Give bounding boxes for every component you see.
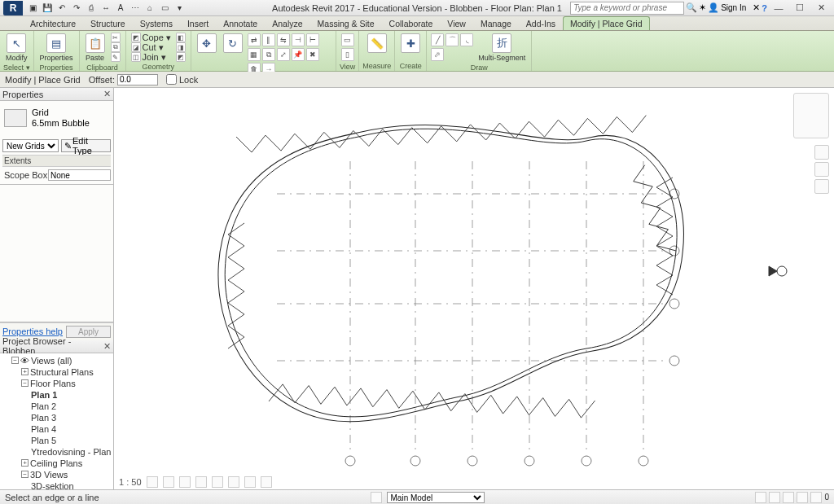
edit-type-button[interactable]: ✎Edit Type <box>61 139 111 152</box>
node-structural[interactable]: +Structural Plans <box>0 366 113 378</box>
tab-architecture[interactable]: Architecture <box>23 16 83 30</box>
signin-icon[interactable]: 👤 <box>708 2 719 13</box>
qat-measure-icon[interactable]: ↔ <box>99 2 112 15</box>
status-b-icon[interactable] <box>769 492 780 503</box>
reveal-icon[interactable] <box>261 476 272 488</box>
signin-label[interactable]: Sign In <box>721 3 746 12</box>
node-views[interactable]: −👁 Views (all) <box>0 355 113 366</box>
node-ytred[interactable]: Ytredovisning - Plan 1 <box>0 446 113 458</box>
geom-a-button[interactable]: ◧ <box>174 33 187 42</box>
view-b-icon[interactable]: ▯ <box>341 48 354 61</box>
qat-open-icon[interactable]: ▣ <box>26 2 39 15</box>
scale-label[interactable]: 1 : 50 <box>119 477 142 487</box>
node-3d[interactable]: −3D Views <box>0 469 113 480</box>
create-button[interactable]: ✚ <box>398 33 423 54</box>
node-floor[interactable]: −Floor Plans <box>0 378 113 389</box>
qat-3d-icon[interactable]: ⌂ <box>143 2 156 15</box>
tab-annotate[interactable]: Annotate <box>216 16 265 30</box>
copy-clip-button[interactable]: ⧉ <box>109 42 122 52</box>
tab-massing[interactable]: Massing & Site <box>310 16 382 30</box>
view-canvas[interactable]: 1 : 50 <box>114 88 834 489</box>
maximize-button[interactable]: ☐ <box>790 2 810 15</box>
paste-button[interactable]: 📋Paste <box>83 33 108 63</box>
sun-path-icon[interactable] <box>179 476 191 488</box>
cut-geom-button[interactable]: ◪Cut ▾ <box>129 42 173 52</box>
move-button[interactable]: ✥ <box>195 33 219 54</box>
main-model-select[interactable]: Main Model <box>387 492 485 503</box>
pick-icon[interactable]: ⬀ <box>431 48 444 61</box>
split-icon[interactable]: ⊢ <box>306 33 319 46</box>
geom-b-button[interactable]: ◨ <box>174 42 187 52</box>
qat-undo-icon[interactable]: ↶ <box>55 2 68 15</box>
help-search-input[interactable] <box>570 2 684 15</box>
collapse-icon[interactable]: − <box>21 379 29 387</box>
shadows-icon[interactable] <box>195 476 207 488</box>
app-logo[interactable]: R <box>3 1 23 15</box>
rotate-button[interactable]: ↻ <box>221 33 245 54</box>
crop-icon[interactable] <box>212 476 223 488</box>
qat-section-icon[interactable]: ▭ <box>158 2 171 15</box>
tab-view[interactable]: View <box>440 16 473 30</box>
mirror-icon[interactable]: ⇋ <box>277 33 290 46</box>
crop-region-icon[interactable] <box>228 476 239 488</box>
visual-style-icon[interactable] <box>163 476 174 488</box>
cope-button[interactable]: ◩Cope ▾ <box>129 33 173 42</box>
tab-systems[interactable]: Systems <box>133 16 180 30</box>
line-icon[interactable]: ╱ <box>431 33 444 46</box>
arc2-icon[interactable]: ◟ <box>460 33 473 46</box>
subscription-icon[interactable]: ✶ <box>699 2 706 13</box>
view-a-icon[interactable]: ▭ <box>341 33 354 46</box>
minimize-button[interactable]: — <box>769 2 788 15</box>
qat-redo-icon[interactable]: ↷ <box>70 2 83 15</box>
tab-addins[interactable]: Add-Ins <box>519 16 563 30</box>
node-ceiling[interactable]: +Ceiling Plans <box>0 458 113 469</box>
offset-icon[interactable]: ∥ <box>262 33 275 46</box>
status-d-icon[interactable] <box>797 492 808 503</box>
properties-button[interactable]: ▤Properties <box>37 33 76 63</box>
collapse-icon[interactable]: − <box>11 357 19 364</box>
modify-button[interactable]: ↖Modify <box>3 33 30 63</box>
expand-icon[interactable]: + <box>21 368 29 375</box>
lock-field[interactable]: Lock <box>166 74 198 85</box>
help-icon[interactable]: ? <box>762 3 767 13</box>
arc-icon[interactable]: ⌒ <box>446 33 459 46</box>
expand-icon[interactable]: + <box>21 459 29 467</box>
hide-icon[interactable] <box>244 476 256 488</box>
type-selector[interactable]: Grid 6.5mm Bubble <box>2 104 111 137</box>
properties-header[interactable]: Properties ✕ <box>0 88 113 101</box>
filter-icon[interactable] <box>810 492 822 503</box>
match-button[interactable]: ✎ <box>109 52 122 62</box>
status-a-icon[interactable] <box>755 492 766 503</box>
tab-insert[interactable]: Insert <box>180 16 216 30</box>
exchange-icon[interactable]: ✕ <box>753 2 760 13</box>
status-c-icon[interactable] <box>783 492 794 503</box>
tab-analyze[interactable]: Analyze <box>265 16 309 30</box>
node-plan1[interactable]: Plan 1 <box>0 389 113 401</box>
join-button[interactable]: ◫Join ▾ <box>129 52 173 62</box>
cut-clip-button[interactable]: ✂ <box>109 33 122 42</box>
node-plan3[interactable]: Plan 3 <box>0 412 113 423</box>
node-plan4[interactable]: Plan 4 <box>0 423 113 435</box>
qat-print-icon[interactable]: ⎙ <box>85 2 98 15</box>
lock-checkbox[interactable] <box>166 74 177 85</box>
close-icon[interactable]: ✕ <box>103 89 111 99</box>
browser-header[interactable]: Project Browser - Blobben ✕ <box>0 340 113 353</box>
node-plan5[interactable]: Plan 5 <box>0 435 113 446</box>
close-icon[interactable]: ✕ <box>103 341 111 352</box>
tab-structure[interactable]: Structure <box>83 16 133 30</box>
filter-select[interactable]: New Grids <box>2 139 59 152</box>
qat-dropdown-icon[interactable]: ▾ <box>173 2 186 15</box>
tab-manage[interactable]: Manage <box>473 16 519 30</box>
worksets-icon[interactable] <box>371 492 382 503</box>
detail-level-icon[interactable] <box>147 476 158 488</box>
trim-icon[interactable]: ⊣ <box>292 33 305 46</box>
measure-button[interactable]: 📏 <box>365 33 389 54</box>
pin-icon[interactable]: 📌 <box>292 48 305 61</box>
properties-help-link[interactable]: Properties help <box>2 327 63 336</box>
align-icon[interactable]: ⇄ <box>248 33 261 46</box>
copy-mod-icon[interactable]: ⧉ <box>262 48 275 61</box>
tab-modify-place-grid[interactable]: Modify | Place Grid <box>563 16 650 30</box>
qat-save-icon[interactable]: 💾 <box>41 2 54 15</box>
multi-segment-button[interactable]: 折Multi-Segment <box>476 33 528 63</box>
node-plan2[interactable]: Plan 2 <box>0 401 113 412</box>
